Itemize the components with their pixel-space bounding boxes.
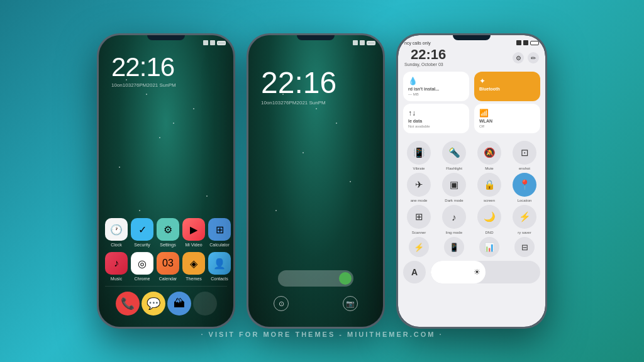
data-tile-icon: 💧 [408, 77, 464, 85]
ringmode-label: ling mode [446, 231, 462, 234]
darkmode-label: Dark mode [445, 199, 463, 202]
cc-toggles-row1: 📳 Vibrate 🔦 Flashlight 🔕 Mute ⊡ enshot [398, 141, 545, 170]
cc-tiles-row1: 💧 rd isn't instal... — MB ✦ Bluetooth [398, 67, 545, 106]
mobiledata-tile-icon: ↑↓ [408, 109, 464, 118]
vibrate-icon: 📳 [407, 141, 431, 165]
toggle-airplane[interactable]: ✈ ane mode [403, 173, 435, 202]
toggle-ringmode[interactable]: ♪ ling mode [438, 205, 470, 234]
cc-tile-mobiledata[interactable]: ↑↓ le data Not available [403, 104, 469, 133]
cc-signal-icon [523, 40, 528, 45]
cc-tile-bluetooth[interactable]: ✦ Bluetooth [474, 72, 540, 101]
battery-icon [217, 41, 226, 45]
cc-status-icons [516, 40, 539, 45]
stars-bg-2 [248, 35, 383, 327]
extra1-icon: ⚡ [409, 237, 429, 257]
ringmode-icon: ♪ [442, 205, 466, 229]
cc-date: Sunday, October 03 [404, 62, 452, 67]
toggle-batterysaver[interactable]: ⚡ ry saver [509, 205, 540, 234]
phone2-screen: 22:16 10on103276PM2021 SunPM ⊙ 📷 [248, 35, 383, 327]
phone1-screen: 22:16 10on103276PM2021 SunPM 🕐 Clock ✓ S… [99, 35, 233, 327]
mute-icon: 🔕 [477, 141, 501, 165]
airplane-icon: ✈ [407, 173, 431, 197]
wlan-tile-title: WLAN [479, 119, 535, 123]
phone-2: 22:16 10on103276PM2021 SunPM ⊙ 📷 [247, 33, 385, 329]
location-icon: 📍 [513, 173, 536, 197]
cc-edit-icon[interactable]: ✏ [528, 52, 539, 63]
cc-tiles-row2: ↑↓ le data Not available 📶 WLAN Off [398, 104, 545, 138]
phone-1: 22:16 10on103276PM2021 SunPM 🕐 Clock ✓ S… [97, 33, 235, 329]
screenshot-label: enshot [519, 167, 530, 170]
dnd-label: DND [486, 231, 494, 234]
cc-wifi-icon [516, 40, 521, 45]
wlan-tile-icon: 📶 [479, 109, 535, 118]
brightness-slider[interactable]: ☀ [431, 261, 540, 283]
toggle-scanner[interactable]: ⊞ Scanner [403, 205, 435, 234]
cc-battery-icon [530, 41, 539, 45]
cc-toggles-row2: ✈ ane mode ▣ Dark mode 🔒 screen 📍 Locati… [398, 173, 545, 202]
location-label: Location [518, 199, 532, 202]
bluetooth-tile-title: Bluetooth [479, 87, 535, 91]
cc-tile-data[interactable]: 💧 rd isn't instal... — MB [403, 72, 469, 101]
cc-settings-icon[interactable]: ⚙ [513, 52, 524, 63]
battery-icon-2 [367, 41, 375, 45]
scanner-label: Scanner [412, 231, 426, 234]
mobiledata-tile-title: le data [408, 119, 464, 123]
phone-3: ncy calls only 22:16 Sunday, October 03 … [396, 33, 547, 329]
mobiledata-tile-sub: Not available [408, 124, 464, 128]
toggle-screenshot[interactable]: ⊡ enshot [509, 141, 540, 170]
brightness-icon: ☀ [474, 268, 480, 277]
cc-toggles-row4: ⚡ 📱 📊 ⊟ [398, 237, 545, 257]
toggle-extra2[interactable]: 📱 [438, 237, 470, 257]
watermark: · VISIT FOR MORE THEMES - MIUITHEMER.COM… [201, 331, 443, 338]
toggle-extra1[interactable]: ⚡ [403, 237, 435, 257]
extra2-icon: 📱 [444, 237, 464, 257]
cc-bottom: A ☀ [398, 257, 545, 287]
cc-status-bar: ncy calls only [398, 35, 545, 47]
data-tile-title: rd isn't instal... [408, 87, 464, 91]
cc-time: 22:16 [404, 47, 452, 62]
toggle-mute[interactable]: 🔕 Mute [474, 141, 505, 170]
extra4-icon: ⊟ [514, 237, 535, 257]
bluetooth-tile-icon: ✦ [479, 77, 535, 85]
stars-bg [99, 35, 233, 327]
extra3-icon: 📊 [479, 237, 499, 257]
cc-tile-wlan[interactable]: 📶 WLAN Off [474, 104, 540, 133]
toggle-location[interactable]: 📍 Location [509, 173, 540, 202]
toggle-extra4[interactable]: ⊟ [509, 237, 540, 257]
batterysaver-icon: ⚡ [513, 205, 536, 229]
toggle-flashlight[interactable]: 🔦 Flashlight [438, 141, 470, 170]
toggle-screenlock[interactable]: 🔒 screen [474, 173, 505, 202]
toggle-vibrate[interactable]: 📳 Vibrate [403, 141, 435, 170]
screenshot-icon: ⊡ [513, 141, 536, 165]
flashlight-icon: 🔦 [442, 141, 466, 165]
data-tile-sub: — MB [408, 92, 464, 96]
airplane-label: ane mode [411, 199, 428, 202]
mute-label: Mute [485, 167, 493, 170]
cc-a-button[interactable]: A [403, 261, 426, 283]
darkmode-icon: ▣ [442, 173, 466, 197]
toggle-darkmode[interactable]: ▣ Dark mode [438, 173, 470, 202]
scanner-icon: ⊞ [407, 205, 431, 229]
cc-toggles-row3: ⊞ Scanner ♪ ling mode 🌙 DND ⚡ ry saver [398, 205, 545, 234]
cc-status-text: ncy calls only [404, 41, 431, 45]
flashlight-label: Flashlight [446, 167, 462, 170]
toggle-dnd[interactable]: 🌙 DND [474, 205, 505, 234]
brightness-fill: ☀ [431, 261, 486, 283]
screenlock-label: screen [484, 199, 495, 202]
dnd-icon: 🌙 [477, 205, 501, 229]
vibrate-label: Vibrate [413, 167, 425, 170]
toggle-extra3[interactable]: 📊 [474, 237, 505, 257]
screenlock-icon: 🔒 [477, 173, 501, 197]
phone3-screen: ncy calls only 22:16 Sunday, October 03 … [398, 35, 545, 327]
batterysaver-label: ry saver [518, 231, 531, 234]
wlan-tile-sub: Off [479, 124, 535, 128]
